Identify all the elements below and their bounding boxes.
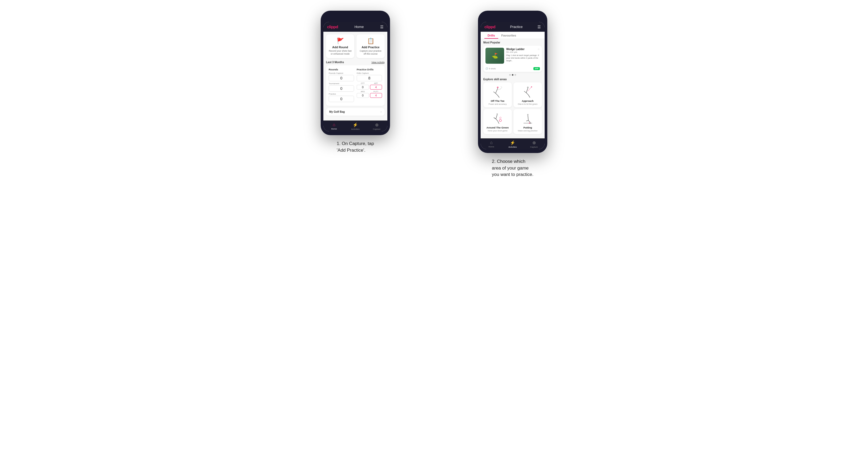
- add-round-title: Add Round: [328, 45, 352, 49]
- golf-bag-label: My Golf Bag: [329, 111, 345, 113]
- golf-bag-row[interactable]: My Golf Bag ›: [326, 108, 385, 116]
- capture-icon-1: ⊕: [375, 122, 378, 127]
- skill-approach[interactable]: Approach Dial-in to hit the green: [514, 82, 542, 107]
- ott-col: OTT 0: [357, 82, 369, 90]
- off-tee-desc: Power and accuracy: [486, 103, 510, 105]
- svg-line-22: [528, 116, 528, 121]
- add-practice-card[interactable]: 📋 Add Practice Capture your practice off…: [356, 34, 385, 58]
- clippd-logo-2: clippd: [485, 25, 495, 29]
- nav-capture-1[interactable]: ⊕ Capture: [366, 122, 388, 130]
- svg-point-14: [496, 114, 498, 115]
- putting-title: Putting: [516, 126, 540, 129]
- practice-group: Practice 0: [329, 93, 354, 102]
- svg-point-21: [527, 114, 528, 116]
- svg-line-3: [493, 92, 496, 93]
- tournament-value: 0: [329, 85, 354, 92]
- star-icon[interactable]: ☆: [537, 48, 540, 51]
- nav-activities-1[interactable]: ⚡ Activities: [345, 122, 366, 130]
- approach-desc: Dial-in to hit the green: [516, 103, 540, 105]
- dot-1: [509, 74, 511, 76]
- skill-off-the-tee[interactable]: Off The Tee Power and accuracy: [483, 82, 512, 107]
- phone-1-bottom-nav: ⌂ Home ⚡ Activities ⊕ Capture: [323, 121, 388, 131]
- tab-favourites[interactable]: Favourites: [498, 32, 520, 39]
- clippd-logo-1: clippd: [327, 25, 338, 29]
- off-tee-title: Off The Tee: [486, 99, 510, 102]
- hamburger-icon-2[interactable]: ☰: [537, 25, 541, 29]
- tournament-group: Tournament 0: [329, 82, 354, 92]
- stats-container: Rounds Rounds Capture 0 Tournament 0: [326, 65, 385, 106]
- svg-point-26: [529, 123, 530, 124]
- add-practice-icon: 📋: [359, 38, 382, 44]
- svg-line-17: [494, 118, 496, 119]
- featured-footer: 🕐 9 shots APP: [483, 66, 542, 72]
- svg-line-16: [496, 119, 498, 121]
- add-round-desc: Record your shots fast or enhanced mode: [328, 50, 352, 56]
- phone-1-notch: [345, 14, 366, 20]
- svg-line-11: [524, 91, 526, 93]
- practice-label: Practice: [329, 93, 354, 95]
- drills-capture-value: 8: [357, 75, 382, 81]
- capture-label-2: Capture: [530, 146, 538, 148]
- shots-count-text: 9 shots: [489, 67, 496, 70]
- app-value: 4: [370, 85, 382, 90]
- nav-home-1[interactable]: ⌂ Home: [323, 122, 345, 130]
- hamburger-icon-1[interactable]: ☰: [380, 25, 383, 29]
- view-activity-link[interactable]: View Activity: [371, 61, 385, 64]
- svg-line-6: [501, 86, 502, 87]
- svg-line-20: [498, 121, 499, 124]
- add-round-card[interactable]: 🚩 Add Round Record your shots fast or en…: [326, 34, 354, 58]
- phone-1-content: 🚩 Add Round Record your shots fast or en…: [323, 32, 388, 121]
- arg-putt-row: ARG 0 PUTT 4: [357, 91, 382, 98]
- home-icon-1: ⌂: [333, 122, 335, 127]
- nav-activities-2[interactable]: ⚡ Activities: [502, 140, 523, 148]
- app-label: APP: [370, 82, 382, 84]
- approach-title: Approach: [516, 99, 540, 102]
- skill-putting[interactable]: Putting Make and lag practice: [514, 109, 542, 134]
- tournament-label: Tournament: [329, 82, 354, 85]
- skill-around-green[interactable]: Around The Green Hone your short game: [483, 109, 512, 134]
- nav-capture-2[interactable]: ⊕ Capture: [523, 140, 545, 148]
- arg-value: 0: [357, 93, 369, 98]
- add-round-icon: 🚩: [328, 38, 352, 44]
- skill-grid: Off The Tee Power and accuracy: [483, 82, 542, 134]
- arg-label: ARG: [357, 91, 369, 93]
- phone-1-header: clippd Home ☰: [323, 22, 388, 32]
- putting-desc: Make and lag practice: [516, 129, 540, 132]
- drills-col: Practice Drills Drills Capture 8 OTT 0: [357, 68, 382, 103]
- nav-home-2[interactable]: ⌂ Home: [480, 140, 502, 148]
- practice-value: 0: [329, 96, 354, 102]
- phone-1-section: clippd Home ☰ 🚩 Add Round Record your sh…: [287, 11, 423, 154]
- shots-count: 🕐 9 shots: [486, 67, 496, 70]
- svg-line-13: [528, 95, 530, 98]
- phone-2-header: clippd Practice ☰: [480, 22, 545, 32]
- activities-icon-1: ⚡: [353, 122, 358, 127]
- svg-point-19: [500, 117, 501, 119]
- off-tee-svg: [492, 86, 503, 98]
- featured-desc: Play 1 shot at each target yardage. If y…: [506, 54, 540, 62]
- tab-drills[interactable]: Drills: [485, 32, 498, 39]
- svg-line-27: [530, 122, 530, 124]
- home-label-1: Home: [331, 128, 337, 130]
- svg-line-4: [498, 89, 500, 90]
- phone-2-screen: clippd Practice ☰ Drills Favourites Most…: [480, 22, 545, 149]
- add-practice-title: Add Practice: [359, 45, 382, 49]
- approach-icon-area: [516, 85, 540, 98]
- svg-line-2: [496, 93, 498, 95]
- stats-header: Last 3 Months View Activity: [326, 61, 385, 64]
- app-col: APP 4: [370, 82, 382, 90]
- phone-2-notch: [502, 14, 523, 20]
- most-popular-label: Most Popular: [483, 41, 542, 44]
- rounds-col: Rounds Rounds Capture 0 Tournament 0: [329, 68, 354, 103]
- arg-col: ARG 0: [357, 91, 369, 98]
- off-tee-icon-area: [486, 85, 510, 98]
- svg-line-15: [496, 115, 497, 119]
- rounds-capture-label: Rounds Capture: [329, 72, 354, 74]
- around-green-title: Around The Green: [486, 126, 510, 129]
- phone-1-shell: clippd Home ☰ 🚩 Add Round Record your sh…: [321, 11, 390, 135]
- add-practice-desc: Capture your practice off-the-course: [359, 50, 382, 56]
- featured-card[interactable]: Wedge Ladder ☆ 50–100 yds Play 1 shot at…: [483, 45, 542, 72]
- svg-point-18: [499, 119, 501, 122]
- home-icon-2: ⌂: [490, 140, 493, 145]
- caption-1-text: 1. On Capture, tap'Add Practice'.: [337, 141, 374, 154]
- putting-svg: [523, 113, 533, 124]
